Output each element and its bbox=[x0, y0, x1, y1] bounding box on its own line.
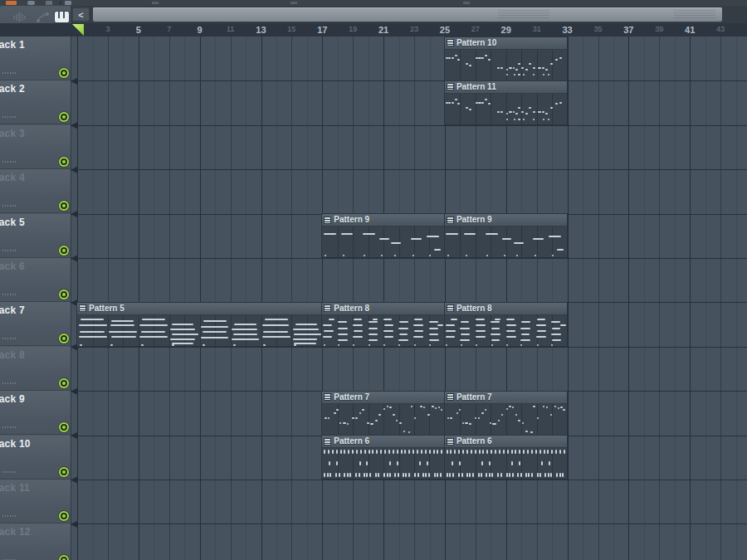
track-header-row[interactable]: Track 2 bbox=[0, 80, 71, 124]
pattern-clip[interactable]: Pattern 6 bbox=[322, 436, 445, 479]
track-mute-led[interactable] bbox=[61, 557, 67, 560]
track-header-row[interactable]: Track 12 bbox=[0, 523, 71, 560]
clip-bar-line bbox=[399, 404, 400, 435]
pattern-clip-titlebar[interactable]: Pattern 7 bbox=[322, 392, 445, 404]
track-header-row[interactable]: Track 1 bbox=[0, 37, 71, 80]
track-grip-dots[interactable] bbox=[2, 426, 16, 428]
track-header-row[interactable]: Track 4 bbox=[0, 169, 71, 213]
draw-tool-icon[interactable] bbox=[46, 1, 52, 5]
scroll-left-button[interactable]: < bbox=[72, 7, 90, 22]
preview-note bbox=[540, 450, 541, 454]
arrangement-grid[interactable]: Pattern 10Pattern 11Pattern 9Pattern 9Pa… bbox=[71, 37, 747, 560]
track-header-row[interactable]: Track 10 bbox=[0, 436, 71, 480]
track-collapse-arrow-icon[interactable] bbox=[71, 255, 78, 262]
preview-note bbox=[383, 344, 385, 346]
preview-note bbox=[558, 407, 559, 409]
track-grip-dots[interactable] bbox=[2, 205, 16, 207]
playhead-flag[interactable] bbox=[72, 24, 84, 36]
pattern-clip[interactable]: Pattern 6 bbox=[445, 436, 568, 479]
track-grip-dots[interactable] bbox=[2, 382, 16, 384]
clip-bar-line bbox=[476, 94, 476, 124]
pattern-clip[interactable]: Pattern 7 bbox=[322, 392, 445, 435]
track-header-row[interactable]: Track 3 bbox=[0, 125, 71, 169]
track-grip-dots[interactable] bbox=[2, 515, 16, 517]
pattern-clip[interactable]: Pattern 8 bbox=[322, 303, 445, 346]
track-mute-led[interactable] bbox=[61, 158, 67, 165]
clip-bar-line bbox=[460, 50, 461, 80]
track-mute-led[interactable] bbox=[61, 114, 67, 120]
track-grip-dots[interactable] bbox=[2, 471, 16, 473]
track-mute-led[interactable] bbox=[61, 202, 67, 209]
preview-note bbox=[387, 473, 388, 477]
track-grip-dots[interactable] bbox=[2, 294, 16, 295]
pattern-clip[interactable]: Pattern 9 bbox=[322, 214, 445, 257]
track-collapse-arrow-icon[interactable] bbox=[71, 476, 78, 484]
track-mute-led[interactable] bbox=[61, 513, 67, 519]
preview-note bbox=[343, 255, 344, 256]
preview-note bbox=[551, 450, 553, 454]
pattern-clip-titlebar[interactable]: Pattern 11 bbox=[445, 81, 568, 94]
pattern-clip[interactable]: Pattern 9 bbox=[445, 214, 568, 257]
pattern-clip-titlebar[interactable]: Pattern 8 bbox=[445, 303, 568, 315]
track-collapse-arrow-icon[interactable] bbox=[71, 77, 78, 85]
pattern-clip-preview bbox=[445, 448, 568, 479]
piano-icon[interactable] bbox=[55, 12, 69, 22]
track-collapse-arrow-icon[interactable] bbox=[71, 166, 78, 173]
track-mute-led[interactable] bbox=[61, 380, 67, 387]
track-collapse-arrow-icon[interactable] bbox=[71, 122, 78, 129]
pattern-clip-titlebar[interactable]: Pattern 6 bbox=[322, 436, 445, 448]
snap-icon[interactable] bbox=[65, 1, 71, 5]
track-mute-led[interactable] bbox=[61, 70, 67, 76]
grid-bar-line bbox=[291, 37, 292, 560]
track-mute-led[interactable] bbox=[61, 291, 67, 298]
track-mute-led[interactable] bbox=[61, 335, 67, 342]
pattern-clip[interactable]: Pattern 7 bbox=[445, 392, 568, 435]
track-mute-led[interactable] bbox=[61, 469, 67, 475]
track-grip-dots[interactable] bbox=[2, 338, 16, 339]
slide-icon[interactable] bbox=[37, 12, 49, 22]
pattern-clip-titlebar[interactable]: Pattern 5 bbox=[77, 303, 322, 315]
preview-note bbox=[525, 69, 528, 71]
wave-icon[interactable] bbox=[13, 12, 27, 22]
track-collapse-arrow-icon[interactable] bbox=[71, 520, 78, 528]
track-mute-led[interactable] bbox=[61, 424, 67, 431]
pattern-clip[interactable]: Pattern 11 bbox=[445, 81, 568, 124]
zoom-icon[interactable] bbox=[27, 1, 35, 5]
pattern-clip[interactable]: Pattern 8 bbox=[445, 303, 568, 346]
preview-note bbox=[506, 319, 515, 320]
track-grip-dots[interactable] bbox=[2, 161, 16, 163]
track-grip-dots[interactable] bbox=[2, 72, 16, 74]
scrollbar-thumb[interactable] bbox=[93, 7, 722, 22]
track-header-row[interactable]: Track 9 bbox=[0, 391, 71, 435]
grid-bar-line bbox=[123, 37, 124, 560]
preview-note bbox=[515, 450, 516, 454]
pattern-clip-titlebar[interactable]: Pattern 9 bbox=[445, 214, 568, 226]
preview-note bbox=[517, 473, 519, 477]
track-header-row[interactable]: Track 11 bbox=[0, 480, 71, 523]
track-header-row[interactable]: Track 8 bbox=[0, 347, 71, 391]
ruler-bar-number: 35 bbox=[593, 25, 602, 33]
pattern-clip-titlebar[interactable]: Pattern 6 bbox=[445, 436, 568, 448]
track-collapse-arrow-icon[interactable] bbox=[71, 211, 78, 218]
clip-bar-line bbox=[521, 404, 522, 435]
track-collapse-arrow-icon[interactable] bbox=[71, 387, 78, 395]
pattern-clip[interactable]: Pattern 5 bbox=[77, 303, 322, 346]
preview-note bbox=[203, 331, 227, 333]
grid-bar-line bbox=[231, 37, 232, 560]
track-grip-dots[interactable] bbox=[2, 250, 16, 251]
pattern-clip-titlebar[interactable]: Pattern 9 bbox=[322, 214, 445, 226]
pattern-clip-titlebar[interactable]: Pattern 7 bbox=[445, 392, 568, 404]
preview-note bbox=[481, 461, 483, 465]
pattern-clip-titlebar[interactable]: Pattern 10 bbox=[445, 37, 568, 50]
track-header-row[interactable]: Track 5 bbox=[0, 214, 71, 258]
pattern-clip-titlebar[interactable]: Pattern 8 bbox=[322, 303, 445, 315]
pattern-clip[interactable]: Pattern 10 bbox=[445, 37, 568, 80]
track-header-row[interactable]: Track 6 bbox=[0, 258, 71, 302]
clip-bar-line bbox=[521, 315, 522, 346]
track-mute-led[interactable] bbox=[61, 247, 67, 254]
pattern-picker-icon[interactable] bbox=[6, 1, 17, 5]
track-collapse-arrow-icon[interactable] bbox=[71, 432, 78, 440]
track-grip-dots[interactable] bbox=[2, 116, 16, 118]
timeline-ruler[interactable]: 35791113151719212325272931333537394143 bbox=[0, 23, 747, 37]
track-header-row[interactable]: Track 7 bbox=[0, 302, 71, 346]
